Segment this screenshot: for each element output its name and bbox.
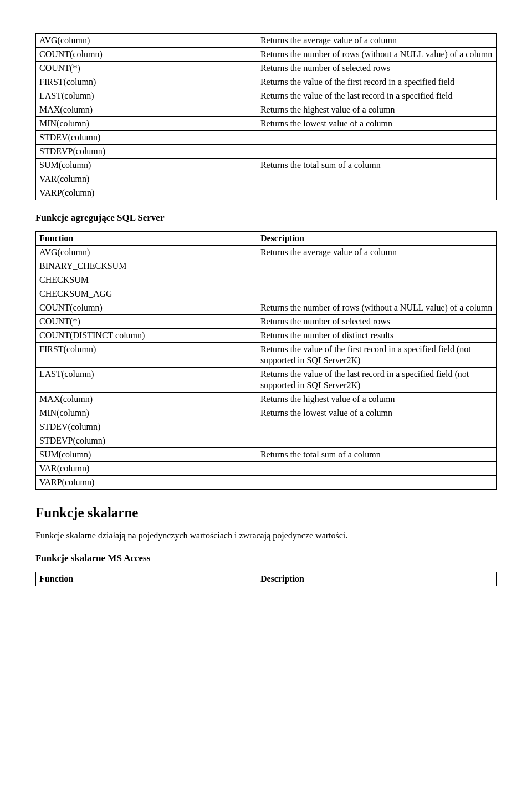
table-row: AVG(column) Returns the average value of… [36, 34, 497, 48]
function-cell: COUNT(column) [36, 301, 257, 315]
function-header: Function [36, 572, 257, 586]
function-cell: FIRST(column) [36, 75, 257, 89]
description-cell [257, 259, 496, 273]
function-cell: SUM(column) [36, 448, 257, 462]
function-cell: MAX(column) [36, 393, 257, 406]
function-cell: COUNT(*) [36, 315, 257, 329]
function-cell: STDEV(column) [36, 420, 257, 434]
description-cell [257, 186, 496, 200]
heading-aggregate-sqlserver: Funkcje agregujące SQL Server [35, 212, 497, 223]
scalar-msaccess-table: Function Description [35, 572, 497, 586]
function-cell: VAR(column) [36, 172, 257, 186]
function-cell: STDEVP(column) [36, 434, 257, 448]
description-cell: Returns the lowest value of a column [257, 117, 496, 131]
description-cell: Returns the number of selected rows [257, 62, 496, 75]
description-cell [257, 145, 496, 159]
table-row: STDEV(column) [36, 420, 497, 434]
table-header-row: Function Description [36, 232, 497, 246]
description-cell: Returns the value of the last record in … [257, 368, 496, 393]
description-cell [257, 420, 496, 434]
function-cell: AVG(column) [36, 246, 257, 259]
function-cell: MIN(column) [36, 117, 257, 131]
function-cell: STDEVP(column) [36, 145, 257, 159]
aggregate-functions-table: AVG(column) Returns the average value of… [35, 33, 497, 200]
table-row: STDEVP(column) [36, 145, 497, 159]
function-cell: VAR(column) [36, 462, 257, 476]
table-row: LAST(column) Returns the value of the la… [36, 368, 497, 393]
table-row: VARP(column) [36, 476, 497, 490]
description-cell: Returns the highest value of a column [257, 103, 496, 117]
description-cell [257, 476, 496, 490]
table-row: STDEV(column) [36, 131, 497, 145]
description-cell: Returns the average value of a column [257, 34, 496, 48]
description-cell: Returns the value of the first record in… [257, 75, 496, 89]
description-cell [257, 273, 496, 287]
table-row: COUNT(*) Returns the number of selected … [36, 62, 497, 75]
heading-scalar-msaccess: Funkcje skalarne MS Access [35, 553, 497, 564]
heading-scalar-functions: Funkcje skalarne [35, 505, 497, 521]
description-cell: Returns the average value of a column [257, 246, 496, 259]
description-cell: Returns the number of rows (without a NU… [257, 48, 496, 62]
function-cell: FIRST(column) [36, 343, 257, 368]
function-cell: COUNT(column) [36, 48, 257, 62]
table-row: COUNT(DISTINCT column) Returns the numbe… [36, 329, 497, 343]
table-row: COUNT(column) Returns the number of rows… [36, 301, 497, 315]
table-row: COUNT(*) Returns the number of selected … [36, 315, 497, 329]
function-cell: MAX(column) [36, 103, 257, 117]
description-cell [257, 434, 496, 448]
description-cell: Returns the value of the first record in… [257, 343, 496, 368]
table-row: STDEVP(column) [36, 434, 497, 448]
table-row: FIRST(column) Returns the value of the f… [36, 343, 497, 368]
description-cell: Returns the number of rows (without a NU… [257, 301, 496, 315]
table-row: VAR(column) [36, 172, 497, 186]
description-cell: Returns the number of distinct results [257, 329, 496, 343]
table-row: MIN(column) Returns the lowest value of … [36, 117, 497, 131]
table-row: AVG(column) Returns the average value of… [36, 246, 497, 259]
function-cell: AVG(column) [36, 34, 257, 48]
function-cell: STDEV(column) [36, 131, 257, 145]
table-row: MAX(column) Returns the highest value of… [36, 393, 497, 406]
table-row: VARP(column) [36, 186, 497, 200]
function-cell: LAST(column) [36, 89, 257, 103]
description-cell: Returns the total sum of a column [257, 159, 496, 172]
table-row: COUNT(column) Returns the number of rows… [36, 48, 497, 62]
table-row: VAR(column) [36, 462, 497, 476]
function-cell: VARP(column) [36, 186, 257, 200]
function-header: Function [36, 232, 257, 246]
table-row: MIN(column) Returns the lowest value of … [36, 406, 497, 420]
table-row: CHECKSUM_AGG [36, 287, 497, 301]
function-cell: COUNT(DISTINCT column) [36, 329, 257, 343]
description-cell: Returns the value of the last record in … [257, 89, 496, 103]
function-cell: COUNT(*) [36, 62, 257, 75]
description-cell [257, 172, 496, 186]
aggregate-sqlserver-table: Function Description AVG(column) Returns… [35, 231, 497, 490]
table-row: BINARY_CHECKSUM [36, 259, 497, 273]
function-cell: VARP(column) [36, 476, 257, 490]
description-header: Description [257, 572, 496, 586]
table-header-row: Function Description [36, 572, 497, 586]
table-row: CHECKSUM [36, 273, 497, 287]
function-cell: BINARY_CHECKSUM [36, 259, 257, 273]
table-row: FIRST(column) Returns the value of the f… [36, 75, 497, 89]
description-header: Description [257, 232, 496, 246]
scalar-paragraph: Funkcje skalarne działają na pojedynczyc… [35, 531, 497, 541]
description-cell [257, 131, 496, 145]
description-cell [257, 462, 496, 476]
function-cell: CHECKSUM [36, 273, 257, 287]
description-cell: Returns the lowest value of a column [257, 406, 496, 420]
description-cell [257, 287, 496, 301]
table-row: LAST(column) Returns the value of the la… [36, 89, 497, 103]
function-cell: CHECKSUM_AGG [36, 287, 257, 301]
description-cell: Returns the number of selected rows [257, 315, 496, 329]
table-row: SUM(column) Returns the total sum of a c… [36, 159, 497, 172]
function-cell: LAST(column) [36, 368, 257, 393]
function-cell: SUM(column) [36, 159, 257, 172]
table-row: MAX(column) Returns the highest value of… [36, 103, 497, 117]
function-cell: MIN(column) [36, 406, 257, 420]
description-cell: Returns the highest value of a column [257, 393, 496, 406]
table-row: SUM(column) Returns the total sum of a c… [36, 448, 497, 462]
description-cell: Returns the total sum of a column [257, 448, 496, 462]
